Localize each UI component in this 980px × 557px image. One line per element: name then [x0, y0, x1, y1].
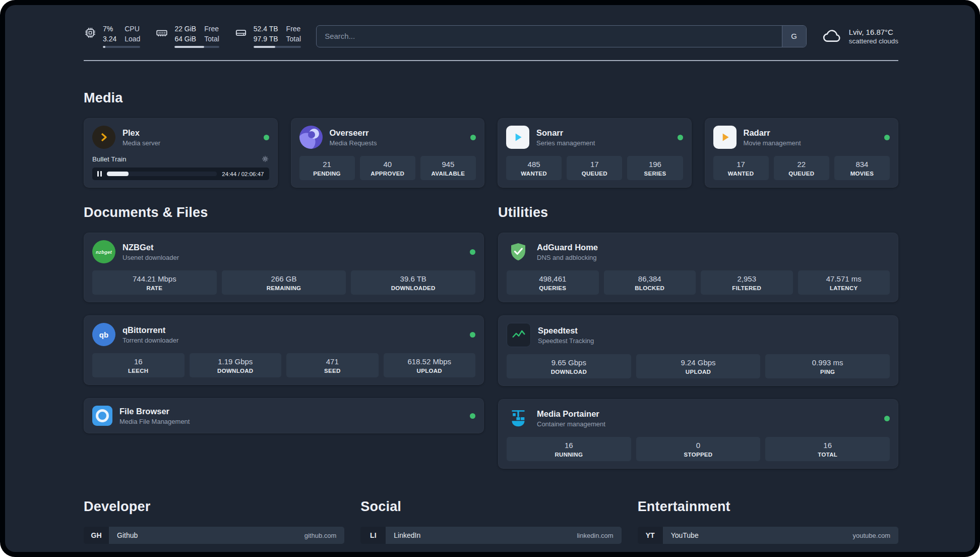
- app-name: AdGuard Home: [537, 243, 598, 252]
- stat-wanted: 485 WANTED: [506, 156, 562, 180]
- entertainment-section-title: Entertainment: [638, 499, 898, 515]
- link-linkedin[interactable]: LI LinkedIn linkedin.com: [360, 527, 621, 544]
- stat-filtered: 2,953 FILTERED: [701, 270, 793, 295]
- disk-progress-fill: [254, 46, 275, 48]
- cpu-widget: 7% 3.24 CPU Load: [84, 24, 140, 48]
- cpu-progressbar: [103, 46, 140, 48]
- social-section-title: Social: [360, 499, 621, 515]
- link-url: linkedin.com: [577, 532, 613, 539]
- pause-icon[interactable]: [97, 171, 102, 177]
- stat-stopped: 0 STOPPED: [636, 437, 761, 461]
- app-card-sonarr[interactable]: Sonarr Series management 485 WANTED 17 Q…: [498, 118, 692, 188]
- cpu-load-label: Load: [125, 34, 140, 43]
- stat-download: 1.19 Gbps DOWNLOAD: [190, 353, 282, 377]
- link-name: YouTube: [671, 531, 699, 539]
- adguard-icon: [507, 240, 530, 263]
- section-utilities: Utilities AdGuard Home DNS and a: [498, 188, 898, 469]
- cpu-load-value: 3.24: [103, 34, 116, 43]
- app-subtitle: Speedtest Tracking: [538, 337, 594, 345]
- section-developer: Developer GH Github github.com SO StackO…: [84, 469, 344, 552]
- app-subtitle: Media Requests: [330, 139, 377, 147]
- disk-total-value: 97.9 TB: [254, 34, 278, 43]
- stat-available: 945 AVAILABLE: [420, 156, 476, 180]
- documents-section-title: Documents & Files: [84, 205, 484, 220]
- memory-total-label: Total: [204, 34, 219, 43]
- app-name: Media Portainer: [537, 409, 605, 419]
- app-subtitle: Series management: [536, 139, 595, 147]
- disk-total-label: Total: [286, 34, 301, 43]
- stat-wanted: 17 WANTED: [713, 156, 769, 180]
- stat-rate: 744.21 Mbps RATE: [92, 270, 217, 295]
- stat-series: 196 SERIES: [627, 156, 683, 180]
- stat-latency: 47.571 ms LATENCY: [798, 270, 890, 295]
- app-card-qbittorrent[interactable]: qb qBittorrent Torrent downloader 16 LEE…: [84, 315, 484, 385]
- utilities-section-title: Utilities: [498, 205, 898, 220]
- topbar-divider: [84, 60, 898, 61]
- link-name: LinkedIn: [394, 531, 420, 539]
- memory-progress-fill: [174, 46, 204, 48]
- app-subtitle: Container management: [537, 420, 605, 428]
- stat-ping: 0.993 ms PING: [765, 354, 890, 378]
- section-entertainment: Entertainment YT YouTube youtube.com NF …: [638, 469, 898, 552]
- status-dot: [470, 135, 476, 140]
- cpu-label: CPU: [125, 24, 140, 33]
- disk-progressbar: [254, 46, 301, 48]
- app-name: qBittorrent: [122, 325, 178, 335]
- filebrowser-icon: [92, 406, 112, 426]
- seek-bar[interactable]: [107, 172, 217, 176]
- stat-remaining: 266 GB REMAINING: [222, 270, 346, 295]
- system-widgets: 7% 3.24 CPU Load: [84, 24, 301, 48]
- app-card-adguard[interactable]: AdGuard Home DNS and adblocking 498,461 …: [498, 233, 898, 302]
- app-name: Overseerr: [330, 128, 377, 138]
- link-url: youtube.com: [853, 532, 890, 539]
- app-card-radarr[interactable]: Radarr Movie management 17 WANTED 22 QUE…: [705, 118, 899, 188]
- link-abbrev: YT: [638, 527, 663, 544]
- app-card-portainer[interactable]: Media Portainer Container management 16 …: [498, 399, 898, 469]
- stat-upload: 9.24 Gbps UPLOAD: [636, 354, 761, 378]
- stat-queries: 498,461 QUERIES: [507, 270, 599, 295]
- app-name: File Browser: [119, 407, 190, 416]
- seek-progress: [107, 172, 129, 176]
- search-engine-button[interactable]: G: [782, 26, 806, 47]
- app-name: Radarr: [744, 128, 801, 138]
- stat-running: 16 RUNNING: [507, 437, 631, 461]
- search-bar[interactable]: G: [316, 25, 807, 47]
- memory-free-value: 22 GiB: [174, 24, 196, 33]
- memory-total-value: 64 GiB: [174, 34, 196, 43]
- weather-location: Lviv, 16.87°C: [849, 28, 898, 36]
- disk-icon: [234, 26, 248, 41]
- stat-movies: 834 MOVIES: [834, 156, 890, 180]
- link-github[interactable]: GH Github github.com: [84, 527, 344, 544]
- disk-widget: 52.4 TB 97.9 TB Free Total: [234, 24, 301, 48]
- gear-icon[interactable]: [261, 155, 269, 163]
- stat-pending: 21 PENDING: [299, 156, 355, 180]
- stat-upload: 618.52 Mbps UPLOAD: [384, 353, 476, 377]
- app-card-speedtest[interactable]: Speedtest Speedtest Tracking 9.65 Gbps D…: [498, 315, 898, 386]
- stat-queued: 22 QUEUED: [774, 156, 829, 180]
- stat-blocked: 86,384 BLOCKED: [604, 270, 696, 295]
- weather-widget: Lviv, 16.87°C scattered clouds: [822, 27, 898, 46]
- stat-queued: 17 QUEUED: [567, 156, 622, 180]
- overseerr-icon: [299, 126, 323, 149]
- speedtest-icon: [507, 323, 531, 347]
- status-dot: [470, 332, 475, 338]
- link-url: github.com: [304, 532, 337, 539]
- topbar: 7% 3.24 CPU Load: [84, 24, 898, 48]
- app-card-plex[interactable]: Plex Media server Bullet Train: [84, 118, 278, 188]
- playback-bar[interactable]: 24:44 / 02:06:47: [92, 168, 269, 180]
- app-subtitle: Torrent downloader: [122, 337, 178, 344]
- stat-total: 16 TOTAL: [765, 437, 890, 461]
- app-card-nzbget[interactable]: nzbget NZBGet Usenet downloader 744.21 M…: [84, 233, 484, 302]
- search-input[interactable]: [317, 26, 782, 47]
- app-card-overseerr[interactable]: Overseerr Media Requests 21 PENDING 40 A…: [291, 118, 485, 188]
- app-subtitle: DNS and adblocking: [537, 254, 598, 261]
- section-media: Media Plex Media server: [84, 90, 898, 188]
- cloud-icon: [822, 27, 843, 46]
- now-playing-title: Bullet Train: [92, 155, 127, 163]
- weather-condition: scattered clouds: [849, 37, 898, 45]
- app-card-filebrowser[interactable]: File Browser Media File Management: [84, 398, 484, 433]
- status-dot: [678, 135, 683, 140]
- plex-icon: [92, 126, 115, 149]
- link-youtube[interactable]: YT YouTube youtube.com: [638, 527, 898, 544]
- section-social: Social LI LinkedIn linkedin.com TW Twitt…: [360, 469, 621, 552]
